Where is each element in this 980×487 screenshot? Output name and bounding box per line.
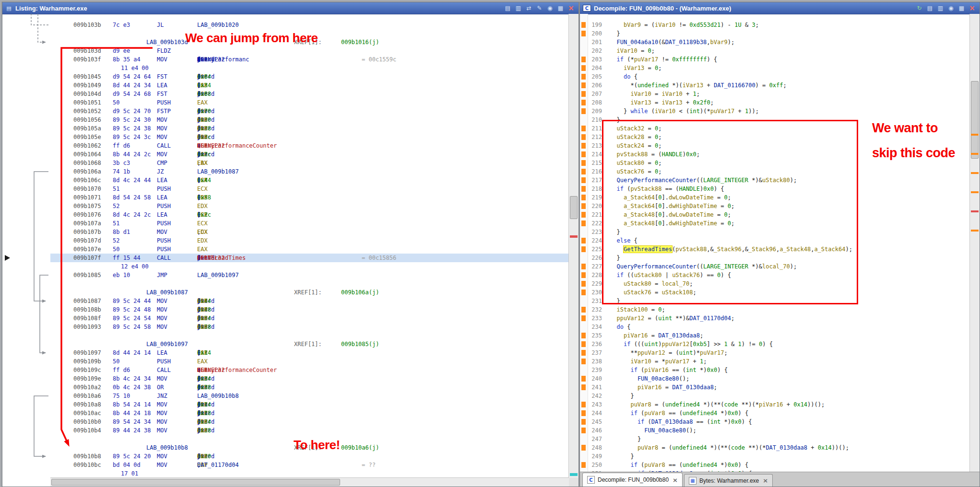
listing-row[interactable]: 009b10978d 44 24 14LEAEAX,[ESP + 0x14] <box>2 348 568 357</box>
listing-row[interactable]: 009b107e50PUSHEAX <box>2 245 568 254</box>
listing-row[interactable]: 009b1052d9 5c 24 70FSTPdword ptr [ESP + … <box>2 107 568 116</box>
decompiler-line[interactable]: 223 } <box>580 228 970 236</box>
listing-row[interactable]: 009b109cff d6CALLESI=>KERNEL32.DLL::Quer… <box>2 366 568 374</box>
decompiler-line[interactable]: 244 if (puVar8 == (undefined4 *)0x0) { <box>580 409 970 417</box>
listing-row[interactable]: 009b10a88b 54 24 14MOVEDX,dword ptr [ESP… <box>2 400 568 409</box>
listing-row[interactable]: 17 01 <box>2 469 568 477</box>
decompiler-line[interactable]: 226 } <box>580 254 970 262</box>
listing-row[interactable]: 009b109b50PUSHEAX <box>2 357 568 366</box>
decompiler-line[interactable]: 206 *(undefined *)(iVar13 + DAT_01166700… <box>580 81 970 90</box>
listing-row[interactable]: 009b10b489 44 24 38MOVdword ptr [ESP + 0… <box>2 426 568 435</box>
decompiler-line[interactable]: 218 if (pvStack88 == (HANDLE)0x0) { <box>580 185 970 193</box>
copy-icon[interactable]: ▤ <box>925 4 934 12</box>
decompiler-line[interactable]: 241 piVar16 = DAT_0130daa8; <box>580 383 970 392</box>
listing-row[interactable]: 009b10b889 5c 24 20MOVdword ptr [ESP + 0… <box>2 452 568 461</box>
listing-row[interactable]: 009b10498d 44 24 34LEAEAX,[ESP + 0x34] <box>2 81 568 90</box>
decompiler-line[interactable]: 249 } <box>580 452 970 461</box>
listing-row[interactable]: 009b108f89 5c 24 54MOVdword ptr [ESP + 0… <box>2 314 568 323</box>
decompiler-line[interactable]: 224 else { <box>580 236 970 245</box>
listing-row[interactable]: 009b107d52PUSHEDX <box>2 236 568 245</box>
listing-row[interactable]: 009b107552PUSHEDX <box>2 202 568 210</box>
decompiler-line[interactable]: 203 if (*puVar17 != 0xffffffff) { <box>580 55 970 64</box>
listing-row[interactable]: 009b10a675 10JNZLAB_009b10b8 <box>2 392 568 400</box>
decompiler-scrollbar[interactable] <box>969 14 980 472</box>
listing-vscroll-thumb[interactable] <box>570 196 578 219</box>
tab-close-icon[interactable]: × <box>763 477 768 484</box>
decompiler-line[interactable]: 219 a_Stack64[0].dwLowDateTime = 0; <box>580 193 970 202</box>
decompiler-line[interactable]: 220 a_Stack64[0].dwHighDateTime = 0; <box>580 202 970 210</box>
listing-row[interactable] <box>2 331 568 340</box>
decompiler-line[interactable]: 232 iStack100 = 0; <box>580 305 970 314</box>
listing-row[interactable]: 009b107fff 15 44CALLdword ptr [->KERNEL3… <box>2 254 568 262</box>
decompiler-line[interactable]: 242 } <box>580 392 970 400</box>
decompiler-line[interactable]: 221 a_Stack48[0].dwLowDateTime = 0; <box>580 210 970 219</box>
decompiler-line[interactable]: 216 uStack76 = 0; <box>580 167 970 176</box>
decompiler-line[interactable]: 227 QueryPerformanceCounter((LARGE_INTEG… <box>580 262 970 271</box>
listing-row[interactable]: 009b10683b c3CMPEAX,EBX <box>2 159 568 167</box>
listing-row[interactable]: 009b109389 5c 24 58MOVdword ptr [ESP + 0… <box>2 323 568 331</box>
decompiler-line[interactable]: 248 puVar8 = (undefined4 *)(**(code **)(… <box>580 443 970 452</box>
tab-bytes[interactable]: ▦Bytes: Warhammer.exe× <box>684 474 773 487</box>
decompiler-line[interactable]: 247 } <box>580 435 970 443</box>
decompiler-line[interactable]: 250 if (puVar8 == (undefined4 *)0x0) { <box>580 461 970 469</box>
decompiler-line[interactable]: 239 if (piVar16 == (int *)0x0) { <box>580 366 970 374</box>
listing-hscroll-thumb[interactable] <box>51 479 340 486</box>
tab-decompile[interactable]: CDecompile: FUN_009b0b80× <box>582 473 683 487</box>
listing-row[interactable]: 009b10ac8b 44 24 18MOVEAX,dword ptr [ESP… <box>2 409 568 417</box>
decompiler-line[interactable]: 235 piVar16 = DAT_0130daa8; <box>580 331 970 340</box>
listing-row[interactable]: 009b103f8b 35 a4MOVESI,dword ptr [->KERN… <box>2 55 568 64</box>
listing-row[interactable]: 009b106c8d 4c 24 44LEAECX,[ESP + 0x44] <box>2 176 568 185</box>
refresh-icon[interactable]: ↻ <box>915 4 924 12</box>
listing-row[interactable]: 009b103b7c e3JLLAB_009b1020 <box>2 21 568 29</box>
listing-row[interactable]: 009b10bcbd 04 0dMOVEBP,DAT_01170d04= ?? <box>2 461 568 469</box>
listing-row[interactable] <box>2 279 568 288</box>
listing-row[interactable]: 11 e4 00 <box>2 64 568 72</box>
decompiler-line[interactable]: 230 uStack76 = uStack108; <box>580 288 970 297</box>
listing-row[interactable]: 009b105689 5c 24 30MOVdword ptr [ESP + 0… <box>2 116 568 124</box>
decompiler-line[interactable]: 208 iVar13 = iVar13 + 0x2f0; <box>580 98 970 107</box>
listing-row[interactable]: 009b106a74 1bJZLAB_009b1087 <box>2 167 568 176</box>
decompiler-line[interactable]: 199 bVar9 = (iVar10 != 0xd553d21) - 1U &… <box>580 21 970 29</box>
listing-row[interactable]: 009b10b089 54 24 34MOVdword ptr [ESP + 0… <box>2 417 568 426</box>
decompiler-line[interactable]: 243 puVar8 = (undefined4 *)(**(code **)(… <box>580 400 970 409</box>
listing-row[interactable]: 009b1085eb 10JMPLAB_009b1097 <box>2 271 568 279</box>
decompiler-line[interactable]: 202 iVar10 = 0; <box>580 46 970 55</box>
decompiler-line[interactable]: 225 GetThreadTimes(pvStack88,&_Stack96,&… <box>580 245 970 254</box>
listing-row[interactable]: 009b10718d 54 24 58LEAEDX,[ESP + 0x58] <box>2 193 568 202</box>
decompiler-line[interactable]: 233 ppuVar12 = (uint **)&DAT_01170d04; <box>580 314 970 323</box>
decompiler-line[interactable]: 205 do { <box>580 72 970 81</box>
listing-row[interactable]: 009b109e8b 4c 24 34MOVECX,dword ptr [ESP… <box>2 374 568 383</box>
listing-row[interactable] <box>2 435 568 443</box>
close-icon[interactable]: × <box>567 4 576 12</box>
export-icon[interactable]: ▥ <box>936 4 945 12</box>
listing-row[interactable]: 009b1045d9 54 24 64FSTdword ptr [ESP + 0… <box>2 72 568 81</box>
listing-row[interactable]: 12 e4 00 <box>2 262 568 271</box>
decompiler-line[interactable]: 240 FUN_00ac8e80(); <box>580 374 970 383</box>
listing-label-row[interactable]: LAB_009b10b8XREF[1]:009b10a6(j) <box>2 443 568 452</box>
listing-label-row[interactable]: LAB_009b1097XREF[1]:009b1085(j) <box>2 340 568 348</box>
snapshot-icon[interactable]: ◉ <box>946 4 956 12</box>
decompiler-line[interactable]: 222 a_Stack48[0].dwHighDateTime = 0; <box>580 219 970 228</box>
listing-hscrollbar[interactable] <box>50 477 569 487</box>
listing-row[interactable]: 009b107a51PUSHECX <box>2 219 568 228</box>
listing-row[interactable]: 009b105a89 5c 24 38MOVdword ptr [ESP + 0… <box>2 124 568 133</box>
decompiler-line[interactable]: 238 iVar10 = *puVar17 + 1; <box>580 357 970 366</box>
listing-row[interactable]: 009b1062ff d6CALLESI=>KERNEL32.DLL::Quer… <box>2 141 568 150</box>
listing-row[interactable]: 009b10a20b 4c 24 38ORECX,dword ptr [ESP … <box>2 383 568 392</box>
decompiler-line[interactable]: 229 uStack80 = local_70; <box>580 279 970 288</box>
duplicate-icon[interactable]: ▥ <box>514 4 523 12</box>
listing-row[interactable]: 009b10648b 44 24 2cMOVEAX,dword ptr [ESP… <box>2 150 568 159</box>
decompiler-line[interactable]: 245 if (DAT_0130daa8 == (int *)0x0) { <box>580 417 970 426</box>
decompiler-line[interactable]: 234 do { <box>580 323 970 331</box>
listing-row[interactable]: 009b107051PUSHECX <box>2 185 568 193</box>
window-icon[interactable]: ▦ <box>556 4 565 12</box>
decompiler-line[interactable]: 236 if (((uint)ppuVar12[0xb5] >> 1 & 1) … <box>580 340 970 348</box>
listing-row[interactable]: 009b107b8b d1MOVEDX,ECX <box>2 228 568 236</box>
decompiler-line[interactable]: 246 FUN_00ac8e80(); <box>580 426 970 435</box>
edit-icon[interactable]: ✎ <box>535 4 544 12</box>
listing-row[interactable]: 009b108789 5c 24 44MOVdword ptr [ESP + 0… <box>2 297 568 305</box>
decompiler-line[interactable]: 207 iVar10 = iVar10 + 1; <box>580 90 970 98</box>
decompiler-line[interactable]: 237 **ppuVar12 = (uint)*puVar17; <box>580 348 970 357</box>
listing-row[interactable]: 009b105e89 5c 24 3cMOVdword ptr [ESP + 0… <box>2 133 568 141</box>
snapshot-icon[interactable]: ◉ <box>545 4 555 12</box>
